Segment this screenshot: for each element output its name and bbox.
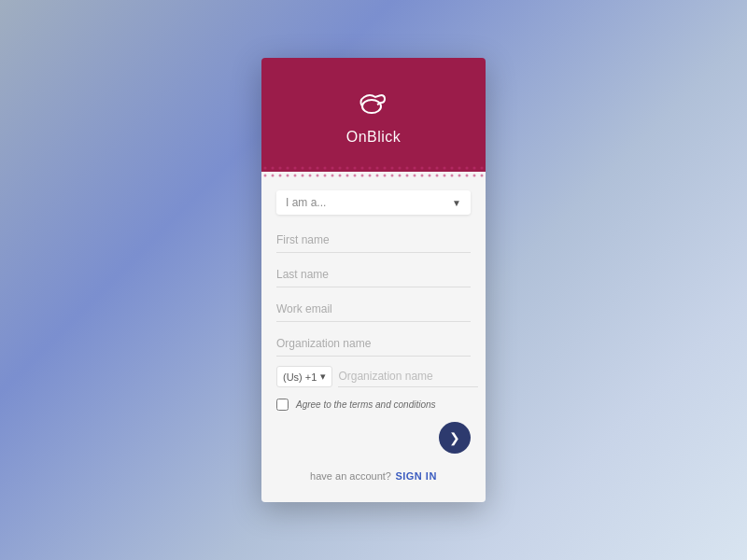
registration-card: OnBlick I am a... ▼ (Us) +1 <box>261 58 486 502</box>
country-code-dropdown[interactable]: (Us) +1 ▾ <box>276 366 332 387</box>
last-name-input[interactable] <box>276 262 471 287</box>
sign-in-row: have an account? SIGN IN <box>276 457 471 487</box>
submit-button[interactable]: ❯ <box>439 422 471 454</box>
dots-decoration <box>261 164 486 179</box>
card-body: I am a... ▼ (Us) +1 ▾ Agree to the terms… <box>261 172 486 502</box>
submit-row: ❯ <box>276 422 471 454</box>
app-name: OnBlick <box>280 129 467 146</box>
terms-row: Agree to the terms and conditions <box>276 399 471 411</box>
chevron-down-icon: ▼ <box>452 198 461 208</box>
have-account-text: have an account? <box>310 470 391 482</box>
terms-label: Agree to the terms and conditions <box>296 399 436 410</box>
role-dropdown-label: I am a... <box>286 196 326 209</box>
phone-input[interactable] <box>338 366 478 387</box>
card-header: OnBlick <box>261 58 486 172</box>
organization-name-input[interactable] <box>276 331 471 357</box>
phone-row: (Us) +1 ▾ <box>276 366 471 387</box>
sign-in-link[interactable]: SIGN IN <box>395 470 436 482</box>
svg-point-0 <box>362 100 381 113</box>
app-logo-icon <box>351 88 396 121</box>
first-name-input[interactable] <box>276 228 471 253</box>
role-dropdown[interactable]: I am a... ▼ <box>276 190 471 215</box>
country-code-label: (Us) +1 <box>283 371 317 383</box>
terms-checkbox[interactable] <box>276 399 289 411</box>
arrow-right-icon: ❯ <box>449 430 460 445</box>
country-chevron-icon: ▾ <box>320 371 326 383</box>
svg-rect-2 <box>261 164 486 179</box>
work-email-input[interactable] <box>276 297 471 322</box>
